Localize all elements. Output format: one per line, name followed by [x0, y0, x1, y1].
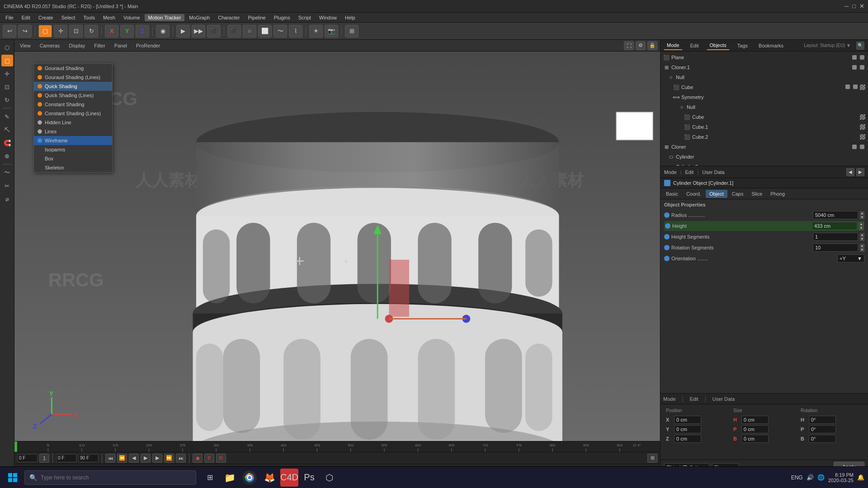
- vis-dot[interactable]: [845, 84, 850, 89]
- shading-gouraud[interactable]: Gouraud Shading: [34, 64, 112, 73]
- props-tab-basic[interactable]: Basic: [662, 190, 682, 198]
- radius-dn[interactable]: ▼: [860, 216, 864, 219]
- orient-dropdown[interactable]: +Y ▼: [837, 254, 864, 263]
- tool-sphere[interactable]: ○: [243, 25, 256, 38]
- sidebar-select-icon[interactable]: ▢: [1, 55, 13, 66]
- shading-quick[interactable]: Quick Shading: [34, 82, 112, 91]
- anim-play-fwd[interactable]: ▶: [152, 454, 162, 463]
- tool-object-mode[interactable]: ◉: [156, 25, 170, 38]
- extra-icon1[interactable]: ⬡: [320, 469, 338, 487]
- menu-create[interactable]: Create: [35, 14, 57, 21]
- tool-layout[interactable]: ⊞: [345, 25, 359, 38]
- view-options[interactable]: ⚙: [636, 41, 646, 50]
- sidebar-curve-icon[interactable]: 〜: [1, 167, 13, 178]
- size-z-field[interactable]: 0 cm: [741, 435, 769, 443]
- props-next[interactable]: ▶: [856, 168, 864, 176]
- sidebar-knife-icon[interactable]: ✂: [1, 180, 13, 192]
- maximize-button[interactable]: □: [852, 3, 856, 9]
- rs-up[interactable]: ▲: [860, 244, 864, 248]
- props-user-data-label[interactable]: User Data: [702, 169, 725, 175]
- anim-play-back[interactable]: ◀: [129, 454, 139, 463]
- size-y-field[interactable]: 0 cm: [741, 425, 769, 433]
- obj-cube-1[interactable]: ⬛ Cube.1: [660, 122, 868, 132]
- view-tab-filter[interactable]: Filter: [91, 42, 108, 49]
- obj-cloner[interactable]: ⊞ Cloner: [660, 142, 868, 152]
- search-input[interactable]: [41, 474, 191, 481]
- hs-dn[interactable]: ▼: [860, 237, 864, 241]
- tab-tags[interactable]: Tags: [735, 42, 750, 50]
- menu-pipeline[interactable]: Pipeline: [245, 14, 269, 21]
- height-up[interactable]: ▲: [859, 222, 863, 226]
- props-tab-slice[interactable]: Slice: [748, 190, 766, 198]
- network-icon[interactable]: 🌐: [817, 474, 825, 481]
- view-tab-cameras[interactable]: Cameras: [37, 42, 63, 49]
- sidebar-rotate-icon[interactable]: ↻: [1, 94, 13, 106]
- anim-start[interactable]: 0 F: [56, 454, 76, 462]
- props-tab-coord[interactable]: Coord.: [683, 190, 705, 198]
- file-explorer-icon[interactable]: 📁: [221, 469, 239, 487]
- height-seg-value[interactable]: 1: [813, 233, 858, 241]
- anim-extra[interactable]: ⊞: [647, 454, 657, 463]
- shading-gouraud-lines[interactable]: Gouraud Shading (Lines): [34, 73, 112, 82]
- tool-render-region[interactable]: ⬛: [207, 25, 221, 38]
- anim-prev-key[interactable]: ⏪: [117, 454, 127, 463]
- height-dn[interactable]: ▼: [859, 226, 863, 230]
- tool-camera[interactable]: 📷: [325, 25, 338, 38]
- sidebar-weld-icon[interactable]: ⌀: [1, 193, 13, 205]
- obj-cylinder[interactable]: ⬭ Cylinder: [660, 152, 868, 162]
- coords-edit-tab[interactable]: Edit: [690, 396, 698, 402]
- vis-dot[interactable]: [852, 55, 857, 60]
- obj-cube-2[interactable]: ⬛ Cube.2: [660, 132, 868, 142]
- start-button[interactable]: [4, 469, 22, 487]
- firefox-icon[interactable]: 🦊: [260, 469, 278, 487]
- x-dot[interactable]: [853, 84, 858, 89]
- anim-record[interactable]: ⏺: [193, 454, 203, 463]
- shading-hidden[interactable]: Hidden Line: [34, 118, 112, 127]
- shading-isoparms[interactable]: Isoparms: [34, 145, 112, 154]
- menu-motion-tracker[interactable]: Motion Tracker: [145, 14, 185, 21]
- anim-record-rot[interactable]: R: [216, 454, 226, 463]
- photoshop-icon[interactable]: Ps: [300, 469, 318, 487]
- view-tab-panel[interactable]: Panel: [112, 42, 130, 49]
- tool-undo[interactable]: ↩: [3, 25, 16, 38]
- obj-plane[interactable]: ⬛ Plane: [660, 52, 868, 62]
- obj-cube1[interactable]: ⬛ Cube: [660, 112, 868, 122]
- cube-2-checker[interactable]: [860, 134, 865, 140]
- render-dot[interactable]: [860, 55, 864, 60]
- hs-up[interactable]: ▲: [860, 233, 864, 237]
- props-mode-label[interactable]: Mode: [664, 169, 677, 175]
- rot-seg-value[interactable]: 10: [813, 244, 858, 252]
- menu-plugins[interactable]: Plugins: [270, 14, 294, 21]
- anim-go-start[interactable]: ⏮: [105, 454, 115, 463]
- tool-deform[interactable]: ⌇: [289, 25, 302, 38]
- obj-symmetry[interactable]: ⟺ Symmetry: [660, 92, 868, 102]
- notifications-icon[interactable]: 🔔: [857, 474, 864, 481]
- sidebar-magnet-icon[interactable]: 🧲: [1, 137, 13, 149]
- rot-y-field[interactable]: 0°: [809, 425, 836, 433]
- menu-select[interactable]: Select: [58, 14, 79, 21]
- menu-mesh[interactable]: Mesh: [99, 14, 119, 21]
- shading-wireframe[interactable]: Wireframe: [34, 136, 112, 145]
- menu-character[interactable]: Character: [214, 14, 243, 21]
- shading-box[interactable]: Box: [34, 154, 112, 163]
- taskbar-search[interactable]: 🔍: [24, 470, 196, 485]
- tool-render-all[interactable]: ▶▶: [192, 25, 205, 38]
- sidebar-sculpt-icon[interactable]: ⛏: [1, 124, 13, 136]
- view-tab-prorender[interactable]: ProRender: [133, 42, 163, 49]
- close-button[interactable]: ✕: [859, 3, 864, 9]
- cube1-checker[interactable]: [860, 114, 865, 120]
- menu-tools[interactable]: Tools: [80, 14, 99, 21]
- sidebar-mode-icon[interactable]: ⬡: [1, 42, 13, 53]
- menu-edit[interactable]: Edit: [18, 14, 34, 21]
- tool-rotate[interactable]: ↻: [85, 25, 98, 38]
- menu-mograph[interactable]: MoGraph: [185, 14, 213, 21]
- props-tab-caps[interactable]: Caps: [728, 190, 747, 198]
- shading-constant[interactable]: Constant Shading: [34, 100, 112, 109]
- obj-null2[interactable]: ○ Null: [660, 102, 868, 112]
- cinema4d-icon[interactable]: C4D: [280, 469, 298, 487]
- view-fullscreen[interactable]: ⛶: [624, 41, 634, 50]
- coords-user-tab[interactable]: User Data: [712, 396, 735, 402]
- radius-value[interactable]: 5040 cm: [813, 211, 858, 219]
- anim-end[interactable]: 90 F: [78, 454, 99, 462]
- anim-go-end[interactable]: ⏭: [176, 454, 186, 463]
